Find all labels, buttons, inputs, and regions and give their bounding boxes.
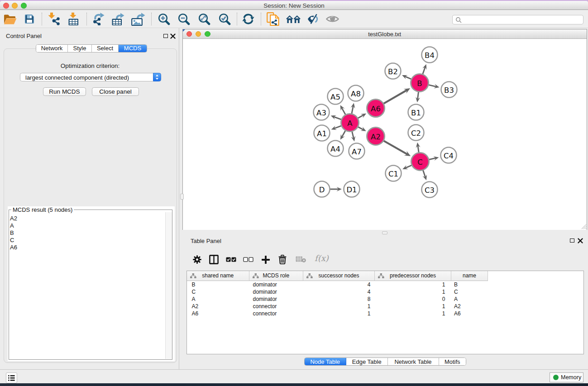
show-panels-button[interactable] <box>6 372 17 383</box>
export-image-icon[interactable] <box>131 12 145 26</box>
column-header-name[interactable]: name <box>451 271 488 281</box>
apply-layout-icon[interactable] <box>242 13 255 25</box>
graph-node-label-C2: C2 <box>411 129 421 137</box>
tab-network-table[interactable]: Network Table <box>388 358 439 365</box>
hide-selected-icon[interactable] <box>307 14 320 24</box>
function-builder-icon[interactable]: f(x) <box>315 253 329 263</box>
graph-edge-C-C4[interactable] <box>428 158 436 160</box>
graph-edge-A-A8[interactable] <box>351 106 353 114</box>
graph-edge-B-B3[interactable] <box>428 85 436 86</box>
open-session-icon[interactable] <box>4 14 17 24</box>
show-selected-icon[interactable] <box>326 15 339 23</box>
graph-edge-A-A1[interactable] <box>334 125 342 129</box>
select-all-checkboxes-icon[interactable] <box>226 257 236 262</box>
export-table-icon[interactable] <box>112 12 124 25</box>
add-column-icon[interactable] <box>261 255 270 264</box>
memory-button[interactable]: Memory <box>550 372 583 382</box>
table-row-A6[interactable]: A6connector11A6 <box>187 310 583 317</box>
column-header-shared-name[interactable]: shared name <box>187 271 249 281</box>
column-header-successor-nodes[interactable]: successor nodes <box>303 271 375 281</box>
tab-node-table[interactable]: Node Table <box>305 358 347 365</box>
graph-edge-B-B1[interactable] <box>417 91 418 99</box>
table-header: shared nameMCDS rolesuccessor nodesprede… <box>187 271 488 281</box>
graph-edge-C-C3[interactable] <box>422 169 425 177</box>
show-all-networks-icon[interactable] <box>286 15 301 23</box>
cell-name: C <box>451 288 488 295</box>
tab-mcds[interactable]: MCDS <box>119 45 147 52</box>
zoom-selected-icon[interactable] <box>218 13 231 25</box>
zoom-out-icon[interactable] <box>177 13 190 25</box>
import-table-icon[interactable] <box>68 12 79 25</box>
mcds-result-list[interactable]: A2ABCA6 <box>8 206 175 361</box>
frame-focus-corner <box>183 29 185 32</box>
graph-edge-A6-B[interactable] <box>383 90 407 104</box>
save-session-icon[interactable] <box>24 14 35 24</box>
graph-node-label-A1: A1 <box>317 129 327 138</box>
table-row-A2[interactable]: A2connector11A2 <box>187 303 583 310</box>
close-panel-button[interactable]: Close panel <box>92 87 139 96</box>
network-canvas[interactable]: B4B2BB3B1A5A8A6A3AA1A2C2A4A7C4CC1C3DD1 <box>183 39 587 230</box>
mcds-result-item[interactable]: A6 <box>10 244 17 251</box>
graph-edge-A2-C[interactable] <box>383 140 407 154</box>
control-panel-close-icon[interactable] <box>170 33 176 39</box>
horizontal-splitter-handle[interactable] <box>382 231 387 235</box>
tab-style[interactable]: Style <box>68 45 92 52</box>
graph-edge-B-B2[interactable] <box>405 76 412 79</box>
deselect-checkboxes-icon[interactable] <box>243 257 253 262</box>
tab-motifs[interactable]: Motifs <box>439 358 466 365</box>
control-panel-float-icon[interactable] <box>163 34 168 38</box>
cell-successor-nodes: 8 <box>303 295 375 303</box>
graph-edge-B-B4[interactable] <box>422 67 425 75</box>
graph-node-label-B4: B4 <box>425 51 435 59</box>
table-panel-float-icon[interactable] <box>570 238 574 243</box>
criterion-dropdown[interactable]: largest connected component (directed) <box>20 73 161 81</box>
mcds-result-item[interactable]: C <box>10 237 14 243</box>
mcds-result-scrollbar[interactable] <box>165 212 172 359</box>
graph-edge-A-A7[interactable] <box>352 131 354 138</box>
import-network-icon[interactable] <box>48 12 60 25</box>
tab-edge-table[interactable]: Edge Table <box>346 358 388 365</box>
frame-resize-grip[interactable] <box>581 224 587 229</box>
table-panel-close-icon[interactable] <box>578 238 583 243</box>
tab-select[interactable]: Select <box>92 45 119 52</box>
table-row-A[interactable]: Adominator80A <box>187 295 583 303</box>
window-titlebar: Session: New Session <box>0 1 588 10</box>
mcds-result-item[interactable]: A <box>10 222 14 229</box>
export-network-icon[interactable] <box>93 13 105 25</box>
search-field[interactable] <box>452 15 583 24</box>
delete-column-icon[interactable] <box>278 255 287 264</box>
graph-edge-A-A3[interactable] <box>333 116 342 119</box>
zoom-fit-icon[interactable] <box>198 13 210 25</box>
status-bar: Memory <box>0 369 588 383</box>
graph-edge-C-C1[interactable] <box>405 165 412 168</box>
run-mcds-button[interactable]: Run MCDS <box>43 87 86 96</box>
table-row-C[interactable]: Cdominator41C <box>187 288 583 295</box>
column-header-predecessor-nodes[interactable]: predecessor nodes <box>375 271 451 281</box>
network-column-icon <box>190 273 196 278</box>
graph-node-label-C: C <box>417 157 423 166</box>
cell-predecessor-nodes: 1 <box>375 288 451 295</box>
graph-edge-C-C2[interactable] <box>418 145 419 153</box>
mcds-result-item[interactable]: A2 <box>10 215 17 222</box>
cell-successor-nodes: 4 <box>303 281 375 288</box>
network-column-icon <box>306 273 313 278</box>
dropdown-stepper-icon <box>153 73 161 81</box>
tab-network[interactable]: Network <box>36 45 68 52</box>
delete-table-icon[interactable] <box>296 256 306 262</box>
network-frame-title: testGlobe.txt <box>183 31 587 38</box>
new-network-from-selection-icon[interactable] <box>267 12 279 26</box>
gear-icon[interactable] <box>193 255 201 264</box>
mcds-result-item[interactable]: B <box>10 229 14 236</box>
column-header-MCDS-role[interactable]: MCDS role <box>249 271 304 281</box>
graph-edge-A-A4[interactable] <box>342 130 346 137</box>
node-table: shared nameMCDS rolesuccessor nodesprede… <box>186 271 584 354</box>
zoom-in-icon[interactable] <box>158 13 170 25</box>
graph-node-label-B: B <box>417 79 422 87</box>
graph-edge-A-A5[interactable] <box>341 108 345 115</box>
desktop-strip <box>0 383 588 386</box>
split-column-icon[interactable] <box>209 255 219 264</box>
vertical-splitter-handle[interactable] <box>180 194 184 200</box>
table-row-B[interactable]: Bdominator41B <box>187 281 583 288</box>
cell-shared-name: A6 <box>187 310 249 317</box>
search-input[interactable] <box>464 16 581 24</box>
